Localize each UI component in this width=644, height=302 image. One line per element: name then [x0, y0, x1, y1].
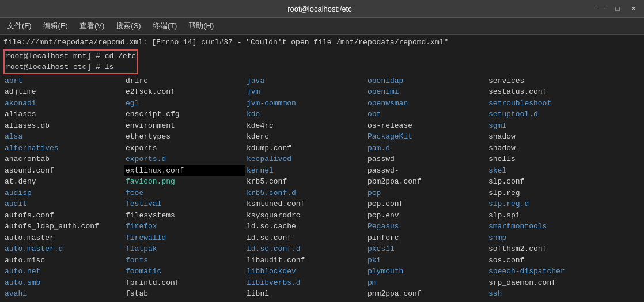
close-button[interactable]: ✕: [626, 2, 642, 15]
ls-cell: ld.so.conf.d: [245, 243, 366, 255]
ls-cell: ksmtuned.conf: [245, 198, 366, 210]
ls-cell: bash_completion.d: [3, 300, 124, 303]
minimize-button[interactable]: —: [593, 2, 609, 15]
cmd-line-2: root@localhost etc] # ls: [6, 62, 136, 73]
ls-cell: softhsm2.conf: [487, 243, 641, 255]
menu-item-t[interactable]: 终端(T): [149, 20, 181, 32]
ls-cell: slp.conf: [487, 176, 641, 188]
ls-cell: krb5.conf: [245, 176, 366, 188]
ls-cell: pm: [366, 277, 487, 289]
ls-cell: shells: [487, 154, 641, 165]
ls-cell: sgml: [487, 120, 641, 132]
ls-cell: fonts: [124, 255, 245, 266]
ls-cell: drirc: [124, 75, 245, 87]
menu-item-s[interactable]: 搜索(S): [112, 20, 144, 32]
ls-cell: jvm-commmon: [245, 98, 366, 109]
ls-cell: auto.master: [3, 232, 124, 244]
ls-cell: auto.master.d: [3, 243, 124, 255]
ls-cell: pkcs11: [366, 243, 487, 255]
ls-cell: slp.spi: [487, 210, 641, 221]
ls-cell: os-release: [366, 120, 487, 132]
ls-cell: firefox: [124, 221, 245, 232]
terminal-body: file:///mnt/repodata/repomd.xml: [Errno …: [0, 35, 644, 302]
ls-cell: environment: [124, 120, 245, 132]
ls-cell: services: [487, 75, 641, 87]
ls-cell: snmp: [487, 232, 641, 244]
ls-cell: passwd-: [366, 165, 487, 177]
command-box: root@localhost mnt] # cd /etc root@local…: [3, 49, 138, 74]
ls-cell: libreport: [245, 300, 366, 303]
ls-cell: alternatives: [3, 143, 124, 154]
ls-cell: alsa: [3, 131, 124, 143]
ls-cell: exports.d: [124, 154, 245, 165]
ls-cell: slp.reg.d: [487, 198, 641, 210]
ls-cell: libaudit.conf: [245, 255, 366, 266]
ls-cell: fprintd.conf: [124, 277, 245, 289]
ls-cell: auto.net: [3, 266, 124, 277]
ls-cell: autofs_ldap_auth.conf: [3, 221, 124, 232]
ls-cell: flatpak: [124, 243, 245, 255]
ls-cell: ssh: [487, 288, 641, 300]
maximize-button[interactable]: □: [609, 2, 626, 15]
ls-cell: exports: [124, 143, 245, 154]
ls-cell: smartmontools: [487, 221, 641, 232]
ls-cell: ssl: [487, 300, 641, 303]
ls-cell: aliases.db: [3, 120, 124, 132]
cmd-line-1: root@localhost mnt] # cd /etc: [6, 51, 136, 62]
ls-cell: skel: [487, 165, 641, 177]
window-title: root@localhost:/etc: [46, 5, 593, 13]
ls-cell: fcoe: [124, 188, 245, 199]
ls-cell: ethertypes: [124, 131, 245, 143]
ls-cell: audit: [3, 198, 124, 210]
ls-cell: pam.d: [366, 143, 487, 154]
ls-cell: ld.so.conf: [245, 232, 366, 244]
ls-cell: krb5.conf.d: [245, 188, 366, 199]
ls-cell: pcp.env: [366, 210, 487, 221]
ls-cell: pcp.conf: [366, 198, 487, 210]
ls-cell: at.deny: [3, 176, 124, 188]
window-controls[interactable]: — □ ✕: [593, 2, 644, 15]
ls-cell: srp_daemon.conf: [487, 277, 641, 289]
ls-cell: filesystems: [124, 210, 245, 221]
ls-cell: PackageKit: [366, 131, 487, 143]
title-bar: root@localhost:/etc — □ ✕: [0, 0, 644, 18]
ls-cell: foomatic: [124, 266, 245, 277]
ls-cell: autofs.conf: [3, 210, 124, 221]
ls-cell: ksysguarddrc: [245, 210, 366, 221]
ls-cell: libnl: [245, 288, 366, 300]
ls-cell: shadow-: [487, 143, 641, 154]
ls-cell: pki: [366, 255, 487, 266]
ls-cell: enscript.cfg: [124, 109, 245, 120]
ls-cell: openwsman: [366, 98, 487, 109]
ls-cell: kernel: [245, 165, 366, 177]
ls-cell: plymouth: [366, 266, 487, 277]
menu-item-h[interactable]: 帮助(H): [185, 20, 217, 32]
ls-cell: favicon.png: [124, 176, 245, 188]
ls-cell: auto.smb: [3, 277, 124, 289]
ls-output: abrtdrircjavaopenldapservicesadjtimee2fs…: [3, 75, 641, 303]
ls-cell: fuse.conf: [124, 300, 245, 303]
ls-cell: adjtime: [3, 86, 124, 98]
ls-cell: kderc: [245, 131, 366, 143]
menu-item-f[interactable]: 文件(F): [3, 20, 35, 32]
ls-cell: keepalived: [245, 154, 366, 165]
ls-cell: opt: [366, 109, 487, 120]
ls-cell: shadow: [487, 131, 641, 143]
ls-cell: audisp: [3, 188, 124, 199]
ls-cell: sos.conf: [487, 255, 641, 266]
ls-cell: setuptool.d: [487, 109, 641, 120]
menu-item-v[interactable]: 查看(V): [76, 20, 108, 32]
menu-item-e[interactable]: 编辑(E): [40, 20, 71, 32]
ls-cell: akonadi: [3, 98, 124, 109]
ls-cell: polkit-1: [366, 300, 487, 303]
ls-cell: openldap: [366, 75, 487, 87]
ls-cell: libibverbs.d: [245, 277, 366, 289]
ls-cell: passwd: [366, 154, 487, 165]
menu-bar: 文件(F)编辑(E)查看(V)搜索(S)终端(T)帮助(H): [0, 18, 644, 35]
ls-cell: kde4rc: [245, 120, 366, 132]
ls-cell: avahi: [3, 288, 124, 300]
ls-cell: ld.so.cache: [245, 221, 366, 232]
ls-cell: pinforc: [366, 232, 487, 244]
ls-cell: sestatus.conf: [487, 86, 641, 98]
ls-cell: java: [245, 75, 366, 87]
